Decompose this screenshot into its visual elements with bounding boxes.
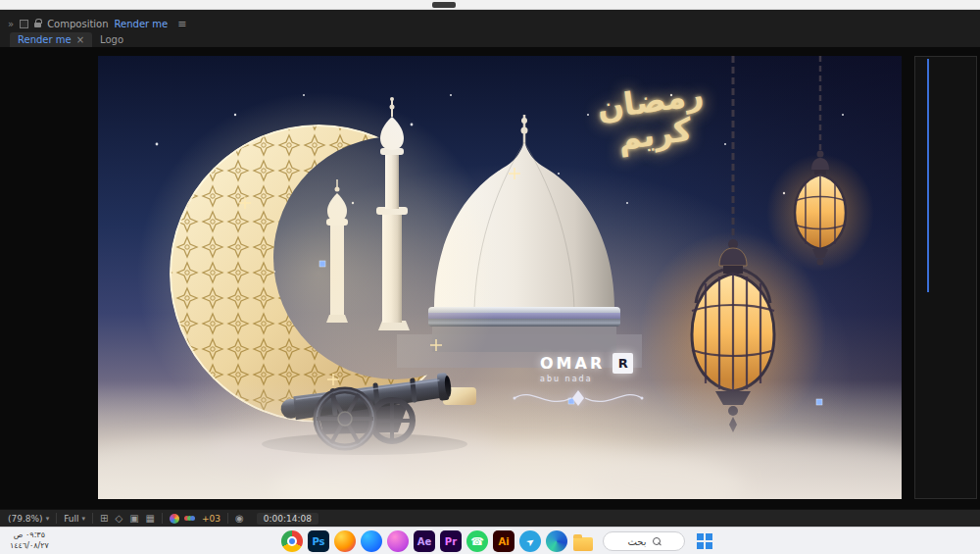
brand-logo: R <box>612 353 633 374</box>
brand-block: OMAR R abu nada <box>540 353 633 383</box>
panel-menu-icon[interactable]: ≡ <box>177 18 186 30</box>
tab-logo[interactable]: Logo <box>92 32 131 47</box>
panel-divider-highlight[interactable] <box>927 59 929 292</box>
search-icon <box>653 537 661 545</box>
divider <box>92 513 93 524</box>
taskbar-app-photoshop[interactable]: Ps <box>308 530 329 552</box>
exposure-value[interactable]: +03 <box>202 514 220 524</box>
fog <box>98 379 902 499</box>
composition-viewport: رمضان كريم OMAR R abu nada <box>0 47 980 509</box>
taskbar-app-chrome[interactable] <box>281 530 303 552</box>
top-strip <box>0 0 980 10</box>
taskbar-app-illustrator[interactable]: Ai <box>493 530 514 552</box>
resolution-select[interactable]: Full ▾ <box>64 514 85 524</box>
divider <box>227 513 228 524</box>
viewer-status-bar: (79.8%) ▾ Full ▾ ⊞ ◇ ▣ ▦ +03 ◉ 0:00:14:0… <box>0 509 980 527</box>
clock-time: ٠٩:٣٥ ص <box>10 530 49 541</box>
tab-logo-label: Logo <box>100 34 123 45</box>
tab-close-icon[interactable]: × <box>76 34 84 45</box>
taskbar-app-premiere[interactable]: Pr <box>440 530 462 552</box>
composition-panel-icon <box>20 20 28 28</box>
timecode[interactable]: 0:00:14:08 <box>257 513 318 525</box>
snapshot-camera-icon[interactable]: ◉ <box>235 513 244 524</box>
chevron-down-icon: ▾ <box>46 515 50 523</box>
lock-icon[interactable] <box>34 23 41 27</box>
taskbar-app-telegram[interactable]: ➤ <box>519 530 541 552</box>
search-label: بحث <box>627 536 646 547</box>
taskbar-search[interactable]: بحث <box>603 531 685 551</box>
composition-canvas[interactable]: رمضان كريم OMAR R abu nada <box>98 56 902 499</box>
panel-collapse-chevrons-icon[interactable]: » <box>8 19 14 29</box>
zoom-select[interactable]: (79.8%) ▾ <box>8 514 49 524</box>
taskbar-app-capcut[interactable] <box>387 530 409 552</box>
taskbar-app-edge[interactable] <box>546 530 567 552</box>
after-effects-window: » Composition Render me ≡ Render me × Lo… <box>0 10 980 527</box>
folder-icon <box>573 537 593 551</box>
composition-scene <box>98 56 902 499</box>
taskbar-app-explorer[interactable] <box>572 530 594 552</box>
taskbar-app-whatsapp[interactable]: ☎ <box>466 530 488 552</box>
taskbar-app-messenger[interactable] <box>361 530 382 552</box>
paper-plane-icon: ➤ <box>523 534 536 548</box>
divider <box>162 513 163 524</box>
brand-name: OMAR <box>540 354 605 373</box>
screen: » Composition Render me ≡ Render me × Lo… <box>0 0 980 554</box>
tab-render-me-label: Render me <box>18 34 72 45</box>
composition-tab-row: Render me × Logo <box>0 31 980 47</box>
transparency-grid-icon[interactable]: ▦ <box>146 513 155 524</box>
ornament-divider <box>505 383 652 413</box>
resolution-value: Full <box>64 514 78 524</box>
taskbar-app-after-effects[interactable]: Ae <box>414 530 435 552</box>
taskbar-clock[interactable]: ٠٩:٣٥ ص ١٤٤٦/٠٨/٢٧ <box>10 530 49 552</box>
safe-guides-icon[interactable]: ⊞ <box>100 513 108 524</box>
panel-title: Composition <box>47 19 108 29</box>
chevron-down-icon: ▾ <box>82 515 86 523</box>
brand-subname: abu nada <box>540 375 633 383</box>
channels-icon[interactable] <box>186 516 195 521</box>
taskbar-app-firefox[interactable] <box>334 530 356 552</box>
taskbar: ٠٩:٣٥ ص ١٤٤٦/٠٨/٢٧ Ps Ae Pr ☎ Ai ➤ بحث <box>0 527 980 554</box>
collapsed-window-tab <box>432 2 456 8</box>
color-wheel-icon[interactable] <box>170 514 179 524</box>
taskbar-start-button[interactable] <box>697 533 712 549</box>
taskbar-center: Ps Ae Pr ☎ Ai ➤ بحث <box>281 530 712 552</box>
mask-visibility-icon[interactable]: ◇ <box>115 513 122 524</box>
divider <box>56 513 57 524</box>
zoom-value: (79.8%) <box>8 514 43 524</box>
clock-date: ١٤٤٦/٠٨/٢٧ <box>10 541 49 552</box>
panel-comp-name: Render me <box>115 19 169 29</box>
region-of-interest-icon[interactable]: ▣ <box>129 513 138 524</box>
crescent-moon <box>170 125 467 423</box>
composition-panel-header: » Composition Render me ≡ <box>0 16 980 31</box>
tab-render-me[interactable]: Render me × <box>10 32 92 47</box>
empty-panel-frame <box>914 56 977 499</box>
